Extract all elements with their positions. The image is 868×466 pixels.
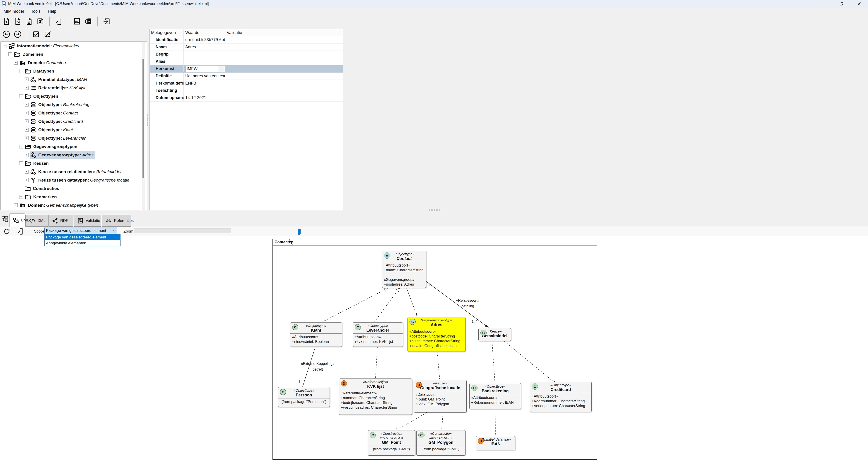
tree-item-objecttypen[interactable]: −Objecttypen <box>1 92 147 100</box>
tree-scrollbar[interactable] <box>142 42 145 210</box>
expand-toggle[interactable]: + <box>25 170 29 174</box>
validate-model-button[interactable] <box>73 17 81 25</box>
expand-toggle[interactable]: + <box>25 86 29 90</box>
tab-validatie[interactable]: Validatie <box>74 215 101 227</box>
class-box-gm-point[interactable]: C«Constructie»«INTERFACE»GM_Point(from p… <box>368 430 415 456</box>
navigate-back-button[interactable] <box>2 30 10 38</box>
class-box-iban[interactable]: D«Primitief datatype»IBAN <box>476 436 515 450</box>
folder-closed-icon <box>25 185 31 192</box>
collapse-toggle[interactable]: − <box>8 52 12 56</box>
property-row-definitie[interactable]: DefinitieHet adres van een contact. <box>150 72 343 80</box>
scope-option-package-van-geselecteerd-element[interactable]: Package van geselecteerd element <box>44 234 120 240</box>
minimize-button[interactable] <box>815 0 833 8</box>
tree-item-objecttype-klant[interactable]: +Objecttype:Klant <box>1 125 147 134</box>
exit-button[interactable] <box>103 17 111 25</box>
property-value-editor[interactable]: IMFW... <box>185 66 225 72</box>
collapse-toggle[interactable]: − <box>19 145 23 148</box>
check-all-button[interactable] <box>32 30 40 38</box>
tab-rdf[interactable]: RDF <box>49 215 73 227</box>
menu-tools[interactable]: Tools <box>27 8 44 15</box>
class-box-geografische-locatie[interactable]: D«Keuze»Geografische locatie«Datatype»○ … <box>413 380 467 412</box>
expand-toggle[interactable]: + <box>25 111 29 115</box>
tree-item-keuze-tussen-datatypen-geografische-locatie[interactable]: +Keuze tussen datatypen:Geografische loc… <box>1 176 147 184</box>
transform-model-button[interactable] <box>84 17 92 25</box>
class-box-adres[interactable]: C«Gegevensgroeptype»Adres«Attribuutsoort… <box>407 317 465 352</box>
tree-item-kenmerken[interactable]: +Kenmerken <box>1 193 147 201</box>
collapse-toggle[interactable]: − <box>19 162 23 165</box>
property-row-naam[interactable]: NaamAdres <box>150 43 343 51</box>
class-box-bankrekening[interactable]: C«Objecttype»Bankrekening«Attribuutsoort… <box>469 383 521 409</box>
splitter-tree-properties[interactable] <box>147 114 149 126</box>
tree-item-keuze-tussen-relatiedoelen-betaalmiddel[interactable]: +Keuze tussen relatiedoelen:Betaalmiddel <box>1 168 147 176</box>
class-box-creditcard[interactable]: C«Objecttype»Creditcard«Attribuutsoort»+… <box>530 382 592 412</box>
navigate-forward-button[interactable] <box>13 30 22 38</box>
collapse-toggle[interactable]: − <box>3 44 7 48</box>
scope-option-aangevinkte-elementen[interactable]: Aangevinkte elementen <box>44 240 120 246</box>
export-model-button[interactable] <box>55 17 63 25</box>
class-box-kvk-lijst[interactable]: D«Referentielijst»KVK lijst«Referentie-e… <box>339 379 412 415</box>
expand-toggle[interactable]: + <box>19 195 23 199</box>
tree-item-objecttype-creditcard[interactable]: +Objecttype:Creditcard <box>1 117 147 125</box>
tree-item-datatypen[interactable]: −Datatypen <box>1 67 147 75</box>
collapse-toggle[interactable]: − <box>19 94 23 98</box>
zoom-slider-thumb[interactable] <box>298 229 301 235</box>
expand-toggle[interactable]: + <box>14 203 18 207</box>
tree-item-content: Primitief datatype:IBAN <box>30 76 88 83</box>
refresh-diagram-button[interactable] <box>3 228 10 235</box>
save-model-button[interactable] <box>36 17 44 25</box>
tree-item-objecttype-leverancier[interactable]: +Objecttype:Leverancier <box>1 134 147 142</box>
expand-toggle[interactable]: + <box>25 119 29 123</box>
import-model-button[interactable] <box>25 17 33 25</box>
tree-item-objecttype-bankrekening[interactable]: +Objecttype:Bankrekening <box>1 100 147 109</box>
property-row-herkomst-definitie[interactable]: Herkomst definitieENFB <box>150 80 343 87</box>
property-editor-ellipsis-button[interactable]: ... <box>219 66 225 71</box>
tree-scrollbar-thumb[interactable] <box>143 59 144 178</box>
column-header-waarde: Waarde <box>184 29 225 36</box>
class-box-gm-polygon[interactable]: C«Constructie»«INTERFACE»GM_Polygon(from… <box>416 430 465 456</box>
menu-mim-model[interactable]: MIM model <box>0 8 27 15</box>
expand-toggle[interactable]: + <box>25 103 29 107</box>
property-row-begrip[interactable]: Begrip <box>150 51 343 58</box>
property-row-alias[interactable]: Alias <box>150 58 343 65</box>
menu-help[interactable]: Help <box>44 8 60 15</box>
splitter-horizontal[interactable] <box>429 209 440 211</box>
property-editor-text[interactable]: IMFW <box>186 66 219 71</box>
tree-item-referentielijst-kvk-lijst[interactable]: +Referentielijst:KVK lijst <box>1 84 147 92</box>
expand-toggle[interactable]: + <box>25 178 29 182</box>
class-box-klant[interactable]: C«Objecttype»Klant«Attribuutsoort»+nieuw… <box>290 322 342 347</box>
zoom-slider-track[interactable] <box>134 229 231 233</box>
export-diagram-button[interactable] <box>17 228 24 235</box>
class-box-betaalmiddel[interactable]: C«Keuze»Betaalmiddel <box>478 328 511 341</box>
tree-item-domein-contacten[interactable]: −Domein:Contacten <box>1 58 147 67</box>
tree-item-keuzen[interactable]: −Keuzen <box>1 159 147 168</box>
tree-item-primitief-datatype-iban[interactable]: +Primitief datatype:IBAN <box>1 75 147 84</box>
tree-item-objecttype-contact[interactable]: +Objecttype:Contact <box>1 109 147 117</box>
restore-button[interactable] <box>833 0 850 8</box>
property-row-herkomst[interactable]: HerkomstIMFW... <box>150 65 343 72</box>
tree-item-domein-gemeenschappelijke-typen[interactable]: +Domein:Gemeenschappelijke typen <box>1 201 147 209</box>
expand-toggle[interactable]: + <box>25 78 29 81</box>
class-box-persoon[interactable]: C«Objecttype»Persoon(from package "Perso… <box>278 387 330 407</box>
expand-toggle[interactable]: + <box>25 136 29 140</box>
tab-referenties[interactable]: Referenties <box>102 215 131 227</box>
property-row-datum-opname[interactable]: Datum opname14-12-2021 <box>150 94 343 101</box>
class-box-leverancier[interactable]: C«Objecttype»Leverancier«Attribuutsoort»… <box>353 322 403 347</box>
tab-uml[interactable]: UML <box>9 213 25 227</box>
collapse-toggle[interactable]: − <box>19 69 23 73</box>
expand-toggle[interactable]: + <box>25 128 29 132</box>
open-model-button[interactable] <box>13 17 22 25</box>
clear-selection-button[interactable] <box>43 30 52 38</box>
new-model-button[interactable] <box>2 17 10 25</box>
class-box-contact[interactable]: A«Objecttype»Contact«Attribuutsoort»+naa… <box>382 251 426 288</box>
collapse-toggle[interactable]: − <box>14 61 18 65</box>
tree-item-domeinen[interactable]: −Domeinen <box>1 50 147 58</box>
tree-item-gegevensgroeptype-adres[interactable]: +Gegevensgroeptype:Adres <box>1 151 147 159</box>
property-row-toelichting[interactable]: Toelichting <box>150 87 343 94</box>
scope-combobox[interactable]: Package van geselecteerd element <box>44 228 117 234</box>
close-button[interactable] <box>850 0 868 8</box>
tree-item-gegevensgroeptypen[interactable]: −Gegevensgroeptypen <box>1 142 147 151</box>
tree-item-informatiemodel-fietsenwinkel[interactable]: −Informatiemodel:Fietsenwinkel <box>1 42 147 50</box>
expand-toggle[interactable]: + <box>25 153 29 157</box>
property-row-identificatie[interactable]: Identificatieurn:uuid:fc83b779-6bb6-468f… <box>150 36 343 43</box>
tree-item-constructies[interactable]: Constructies <box>1 184 147 193</box>
